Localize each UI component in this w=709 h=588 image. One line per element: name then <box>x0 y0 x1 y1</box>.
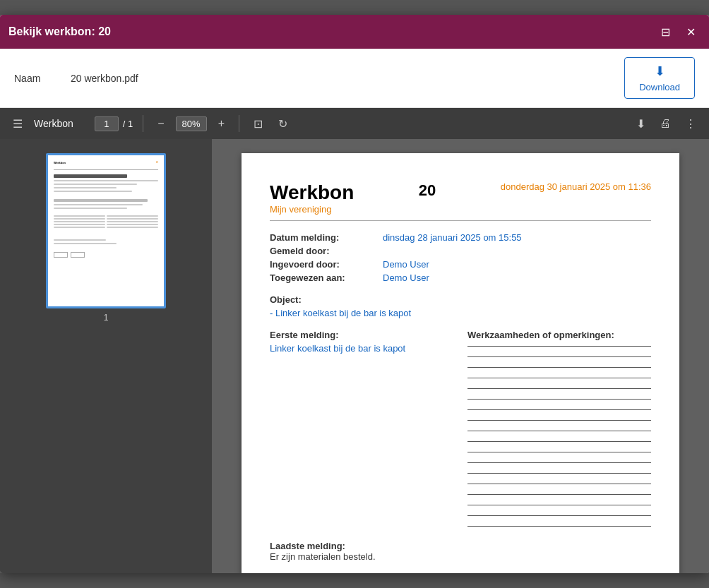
pdf-line-4 <box>467 378 651 378</box>
fit-page-button[interactable]: ⊡ <box>249 114 267 133</box>
pdf-line-6 <box>467 399 651 400</box>
page-pager: / 1 <box>95 116 133 131</box>
toolbar-right: ⬇ 🖨 ⋮ <box>632 114 701 133</box>
pdf-line-8 <box>467 420 651 421</box>
datum-melding-label: Datum melding: <box>270 232 383 243</box>
pdf-title-block: Werkbon Mijn vereniging <box>270 181 354 215</box>
pdf-line-7 <box>467 409 651 410</box>
toegewezen-aan-label: Toegewezen aan: <box>270 272 383 283</box>
object-label: Object: <box>270 294 651 305</box>
object-text: - Linker koelkast bij de bar is kapot <box>270 308 651 318</box>
menu-icon[interactable]: ☰ <box>8 114 27 133</box>
pdf-page-header: Werkbon Mijn vereniging 20 donderdag 30 … <box>270 181 651 215</box>
zoom-display: 80% <box>176 116 207 131</box>
eerste-melding-text: Linker koelkast bij de bar is kapot <box>270 343 453 354</box>
pdf-line-12 <box>467 462 651 463</box>
print-button[interactable]: 🖨 <box>655 114 675 133</box>
download-button[interactable]: ⬇ Download <box>624 57 695 99</box>
werkzaamheden-label: Werkzaamheden of opmerkingen: <box>467 330 651 340</box>
zoom-in-button[interactable]: + <box>214 114 229 133</box>
header-row: Naam 20 werkbon.pdf ⬇ Download <box>0 49 709 108</box>
zoom-out-button[interactable]: − <box>153 114 168 133</box>
download-icon: ⬇ <box>655 64 665 79</box>
page-separator: / 1 <box>123 119 133 129</box>
pdf-page: Werkbon Mijn vereniging 20 donderdag 30 … <box>242 153 679 573</box>
datum-melding-value: dinsdag 28 januari 2025 om 15:55 <box>383 232 651 243</box>
pdf-divider <box>270 220 651 221</box>
pdf-line-9 <box>467 431 651 431</box>
pdf-content-area[interactable]: Werkbon Mijn vereniging 20 donderdag 30 … <box>212 139 709 573</box>
pdf-line-3 <box>467 367 651 368</box>
thumbnail-frame[interactable]: Werkbon 20 <box>46 153 166 308</box>
filename-text: 20 werkbon.pdf <box>71 73 610 84</box>
pdf-toolbar-title: Werkbon <box>34 118 73 129</box>
pdf-line-16 <box>467 505 651 505</box>
eerste-melding-label: Eerste melding: <box>270 330 453 340</box>
pdf-line-13 <box>467 473 651 474</box>
pdf-col-left: Eerste melding: Linker koelkast bij de b… <box>270 330 453 527</box>
download-label: Download <box>639 82 680 92</box>
pdf-line-17 <box>467 515 651 516</box>
current-page-input[interactable] <box>95 116 119 131</box>
thumbnail-number: 1 <box>104 313 109 323</box>
title-bar-controls: ⊟ ✕ <box>655 22 701 42</box>
ingevoerd-door-label: Ingevoerd door: <box>270 259 383 270</box>
pdf-number: 20 <box>419 181 436 200</box>
pdf-lines-block <box>467 346 651 527</box>
pdf-two-col: Eerste melding: Linker koelkast bij de b… <box>270 330 651 527</box>
toolbar-download-button[interactable]: ⬇ <box>632 114 650 133</box>
modal-window: Bekijk werkbon: 20 ⊟ ✕ Naam 20 werkbon.p… <box>0 15 709 573</box>
laadste-section: Laadste melding: Er zijn materialen best… <box>270 541 651 562</box>
pdf-viewer-body: Werkbon 20 <box>0 139 709 573</box>
pdf-line-15 <box>467 494 651 495</box>
minimize-button[interactable]: ⊟ <box>655 22 675 42</box>
laadste-melding-label: Laadste melding: <box>270 541 651 551</box>
thumbnail-content: Werkbon 20 <box>48 155 164 306</box>
laadste-melding-text: Er zijn materialen besteld. <box>270 551 651 562</box>
pdf-date-block: donderdag 30 januari 2025 om 11:36 <box>501 181 651 192</box>
modal-title: Bekijk werkbon: 20 <box>8 25 111 38</box>
more-button[interactable]: ⋮ <box>681 114 701 133</box>
pdf-line-11 <box>467 452 651 452</box>
pdf-col-right: Werkzaamheden of opmerkingen: <box>467 330 651 527</box>
toolbar-divider-1 <box>143 115 143 132</box>
pdf-line-18 <box>467 526 651 527</box>
name-label: Naam <box>14 73 56 84</box>
pdf-info-grid: Datum melding: dinsdag 28 januari 2025 o… <box>270 232 651 283</box>
pdf-thumbnails-panel: Werkbon 20 <box>0 139 212 573</box>
pdf-line-10 <box>467 441 651 442</box>
pdf-line-2 <box>467 356 651 357</box>
pdf-line-14 <box>467 484 651 484</box>
pdf-toolbar: ☰ Werkbon / 1 − 80% + ⊡ ↻ ⬇ 🖨 ⋮ <box>0 108 709 139</box>
toegewezen-aan-value: Demo User <box>383 272 651 283</box>
toolbar-divider-2 <box>239 115 239 132</box>
title-bar: Bekijk werkbon: 20 ⊟ ✕ <box>0 15 709 49</box>
gemeld-door-label: Gemeld door: <box>270 246 383 256</box>
rotate-button[interactable]: ↻ <box>274 114 292 133</box>
pdf-main-title: Werkbon <box>270 181 354 204</box>
pdf-line-5 <box>467 388 651 389</box>
pdf-subtitle: Mijn vereniging <box>270 204 354 215</box>
thumbnail-item-1: Werkbon 20 <box>46 153 166 323</box>
gemeld-door-value <box>383 246 651 256</box>
pdf-line-1 <box>467 346 651 347</box>
ingevoerd-door-value: Demo User <box>383 259 651 270</box>
close-button[interactable]: ✕ <box>681 22 701 42</box>
